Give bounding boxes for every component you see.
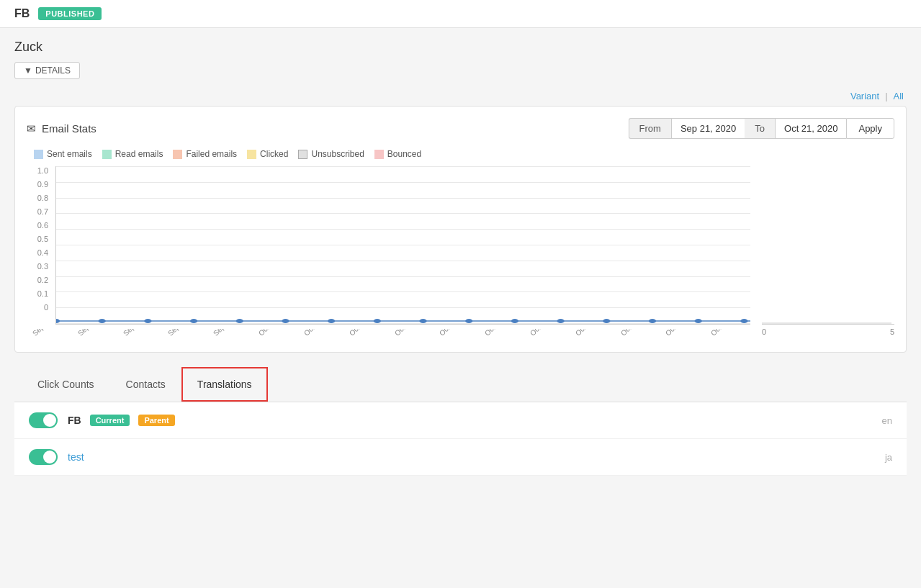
chart-area: 1.00.90.80.70.60.50.40.30.20.10 bbox=[27, 166, 894, 340]
email-stats-title: Email Stats bbox=[42, 122, 96, 135]
x-axis-label: Oct 7, 20 bbox=[393, 329, 419, 338]
x-axis-label: Oct 1, 20 bbox=[257, 329, 283, 338]
x-axis-label: Sep 21, 20 bbox=[31, 329, 61, 338]
x-axis: Sep 21, 20Sep 23, 20Sep 25, 20Sep 27, 20… bbox=[27, 326, 750, 340]
x-axis-label: Oct 17, 20 bbox=[619, 329, 648, 338]
row-name: test bbox=[68, 451, 84, 463]
chevron-down-icon: ▼ bbox=[24, 65, 32, 76]
apply-button[interactable]: Apply bbox=[846, 118, 894, 139]
legend-label: Clicked bbox=[260, 149, 288, 159]
grid-line bbox=[56, 245, 750, 245]
toggle-knob bbox=[43, 414, 56, 427]
x-axis-label: Sep 29, 20 bbox=[212, 329, 242, 338]
tab-click-counts[interactable]: Click Counts bbox=[22, 367, 110, 402]
table-row: testja bbox=[14, 439, 907, 476]
row-name-wrap: FBCurrentParent bbox=[68, 415, 175, 426]
toggle-switch[interactable] bbox=[29, 449, 58, 465]
grid-line bbox=[56, 261, 750, 261]
toggle-switch[interactable] bbox=[29, 412, 58, 428]
details-button[interactable]: ▼ DETAILS bbox=[14, 62, 80, 79]
details-label: DETAILS bbox=[35, 65, 71, 76]
chart-legend: Sent emailsRead emailsFailed emailsClick… bbox=[27, 149, 894, 159]
email-stats-card: ✉ Email Stats From Sep 21, 2020 To Oct 2… bbox=[14, 106, 907, 353]
legend-color-box bbox=[374, 150, 384, 159]
legend-color-box bbox=[34, 150, 43, 159]
x-axis-label: Oct 9, 20 bbox=[438, 329, 464, 338]
grid-line bbox=[56, 166, 750, 167]
x-axis-label: Sep 25, 20 bbox=[122, 329, 152, 338]
page-title: Zuck bbox=[14, 40, 907, 55]
grid-line bbox=[56, 213, 750, 214]
x-axis-label: Oct 3, 20 bbox=[302, 329, 328, 338]
legend-item: Sent emails bbox=[34, 149, 92, 159]
right-x-min: 0 bbox=[762, 327, 766, 336]
from-date-input[interactable]: Sep 21, 2020 bbox=[671, 118, 745, 139]
grid-lines bbox=[56, 166, 750, 324]
date-range: From Sep 21, 2020 To Oct 21, 2020 Apply bbox=[629, 118, 894, 139]
legend-item: Bounced bbox=[374, 149, 421, 159]
grid-line bbox=[56, 182, 750, 183]
x-axis-label: Oct 19, 20 bbox=[664, 329, 693, 338]
legend-label: Sent emails bbox=[47, 149, 92, 159]
row-language: ja bbox=[885, 452, 892, 463]
x-axis-label: Oct 13, 20 bbox=[529, 329, 557, 338]
tabs-section: Click CountsContactsTranslations bbox=[14, 367, 907, 402]
table-row: FBCurrentParenten bbox=[14, 402, 907, 439]
card-title: ✉ Email Stats bbox=[27, 122, 96, 135]
translations-list: FBCurrentParententestja bbox=[14, 402, 907, 476]
variant-row: Variant | All bbox=[14, 91, 907, 101]
x-axis-label: Oct 21, 20 bbox=[709, 329, 738, 338]
email-icon: ✉ bbox=[27, 122, 36, 135]
right-chart-svg bbox=[762, 166, 894, 324]
card-header: ✉ Email Stats From Sep 21, 2020 To Oct 2… bbox=[27, 118, 894, 139]
right-x-axis: 0 5 bbox=[762, 327, 894, 336]
grid-line bbox=[56, 323, 750, 324]
tabs-bar: Click CountsContactsTranslations bbox=[14, 367, 907, 402]
row-name-wrap: test bbox=[68, 451, 84, 463]
legend-color-box bbox=[173, 150, 182, 159]
legend-item: Unsubscribed bbox=[298, 149, 364, 159]
legend-item: Clicked bbox=[247, 149, 288, 159]
x-axis-label: Sep 27, 20 bbox=[166, 329, 197, 338]
page-content: Zuck ▼ DETAILS Variant | All ✉ Email Sta… bbox=[0, 28, 921, 487]
chart-right: 0 5 bbox=[750, 166, 894, 340]
legend-item: Read emails bbox=[102, 149, 163, 159]
badge-current: Current bbox=[90, 415, 130, 426]
grid-line bbox=[56, 198, 750, 199]
legend-label: Read emails bbox=[115, 149, 163, 159]
legend-label: Failed emails bbox=[186, 149, 237, 159]
x-axis-label: Oct 5, 20 bbox=[348, 329, 374, 338]
chart-left: 1.00.90.80.70.60.50.40.30.20.10 bbox=[27, 166, 750, 340]
legend-item: Failed emails bbox=[173, 149, 237, 159]
to-label: To bbox=[745, 118, 775, 139]
legend-color-box bbox=[247, 150, 256, 159]
grid-line bbox=[56, 276, 750, 277]
legend-color-box bbox=[298, 150, 307, 159]
row-language: en bbox=[882, 415, 892, 426]
chart-plot bbox=[55, 166, 750, 325]
right-x-max: 5 bbox=[890, 327, 894, 336]
fb-logo: FB bbox=[14, 7, 30, 20]
legend-label: Unsubscribed bbox=[311, 149, 364, 159]
to-date-input[interactable]: Oct 21, 2020 bbox=[775, 118, 846, 139]
x-axis-label: Sep 23, 20 bbox=[76, 329, 107, 338]
legend-color-box bbox=[102, 150, 112, 159]
row-name: FB bbox=[68, 415, 81, 426]
tab-translations[interactable]: Translations bbox=[181, 367, 268, 402]
legend-label: Bounced bbox=[387, 149, 421, 159]
published-badge: PUBLISHED bbox=[38, 7, 102, 20]
x-axis-label: Oct 15, 20 bbox=[574, 329, 603, 338]
badge-parent: Parent bbox=[138, 415, 174, 426]
grid-line bbox=[56, 291, 750, 292]
tab-contacts[interactable]: Contacts bbox=[110, 367, 181, 402]
top-bar: FB PUBLISHED bbox=[0, 0, 921, 28]
variant-separator: | bbox=[885, 91, 887, 101]
variant-link[interactable]: Variant bbox=[850, 91, 879, 101]
toggle-knob bbox=[43, 451, 56, 463]
all-link[interactable]: All bbox=[894, 91, 904, 101]
grid-line bbox=[56, 307, 750, 308]
from-label: From bbox=[629, 118, 671, 139]
x-axis-label: Oct 11, 20 bbox=[483, 329, 512, 338]
grid-line bbox=[56, 229, 750, 230]
